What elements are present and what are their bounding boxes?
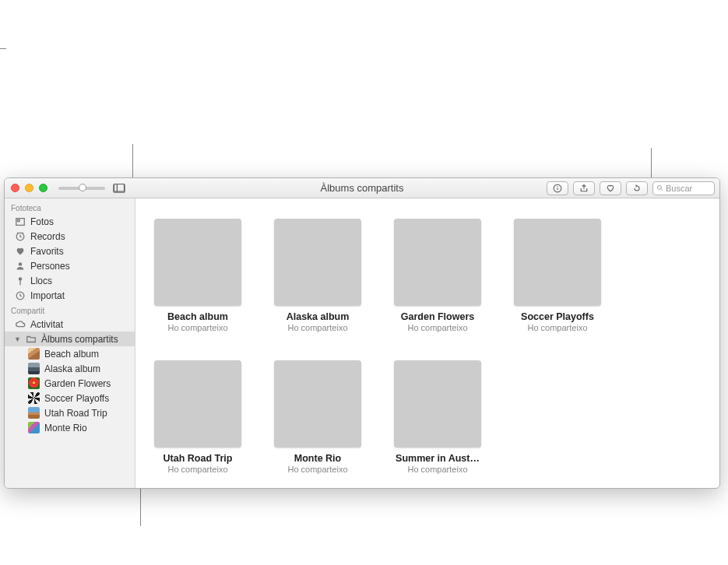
album-cover-icon — [154, 360, 241, 447]
album-beach[interactable]: Beach album Ho comparteixo — [154, 219, 241, 332]
album-name: Alaska album — [287, 311, 350, 322]
rotate-button[interactable] — [626, 181, 648, 195]
people-icon — [14, 260, 26, 272]
sidebar-album-alaska[interactable]: Alaska album — [5, 361, 135, 376]
main-content: Beach album Ho comparteixo Alaska album … — [135, 198, 719, 488]
svg-point-4 — [557, 186, 557, 187]
album-cover-icon — [154, 219, 241, 306]
album-name: Monte Rio — [294, 453, 341, 464]
sidebar-item-activity[interactable]: Activitat — [5, 317, 135, 332]
sidebar-item-label: Importat — [30, 290, 65, 301]
search-placeholder: Buscar — [666, 184, 692, 193]
search-input[interactable]: Buscar — [652, 181, 715, 195]
share-button[interactable] — [573, 181, 595, 195]
sidebar-section-library: Fototeca — [5, 200, 135, 214]
memories-icon — [14, 230, 26, 242]
svg-point-11 — [18, 277, 21, 280]
svg-line-6 — [661, 189, 663, 191]
album-flowers[interactable]: Garden Flowers Ho comparteixo — [394, 219, 481, 332]
sidebar-item-favorites[interactable]: Favorits — [5, 244, 135, 258]
sidebar-item-label: Soccer Playoffs — [44, 393, 109, 404]
sidebar-item-label: Utah Road Trip — [44, 408, 107, 419]
sidebar-album-utah[interactable]: Utah Road Trip — [5, 405, 135, 420]
pin-icon — [14, 275, 26, 286]
sidebar-album-monterio[interactable]: Monte Rio — [5, 420, 135, 435]
sidebar-item-label: Àlbums compartits — [41, 334, 118, 345]
cloud-icon — [14, 318, 26, 330]
album-subtitle: Ho comparteixo — [167, 323, 227, 332]
window-controls — [11, 184, 47, 192]
heart-icon — [14, 245, 26, 257]
info-button[interactable] — [547, 181, 568, 195]
clock-icon — [14, 290, 26, 301]
album-cover-icon — [274, 219, 361, 306]
album-cover-icon — [514, 219, 601, 306]
svg-rect-8 — [17, 219, 19, 221]
sidebar-item-label: Records — [30, 231, 65, 242]
album-summer[interactable]: Summer in Aust… Ho comparteixo — [394, 360, 481, 474]
folder-icon — [25, 333, 37, 345]
sidebar-item-people[interactable]: Persones — [5, 258, 135, 273]
album-grid: Beach album Ho comparteixo Alaska album … — [154, 219, 701, 474]
sidebar-item-label: Persones — [30, 261, 70, 272]
album-cover-icon — [394, 360, 481, 447]
sidebar-item-label: Llocs — [30, 275, 52, 286]
album-subtitle: Ho comparteixo — [167, 465, 227, 474]
album-subtitle: Ho comparteixo — [407, 465, 467, 474]
album-cover-icon — [274, 360, 361, 447]
album-subtitle: Ho comparteixo — [287, 465, 347, 474]
window-body: Fototeca Fotos Records Favorits Persones — [5, 198, 719, 488]
sidebar-item-imports[interactable]: Importat — [5, 288, 135, 303]
album-name: Beach album — [167, 311, 228, 322]
zoom-button[interactable] — [39, 184, 47, 192]
photos-app-window: Àlbums compartits Buscar — [4, 177, 720, 489]
share-icon — [579, 184, 589, 193]
callout-line — [0, 48, 6, 49]
sidebar-section-shared: Compartit — [5, 303, 135, 317]
sidebar-item-label: Favorits — [30, 246, 64, 257]
album-thumb-icon — [28, 407, 40, 419]
favorite-button[interactable] — [600, 181, 621, 195]
search-icon — [656, 184, 663, 191]
album-subtitle: Ho comparteixo — [407, 323, 467, 332]
chevron-down-icon[interactable]: ▼ — [14, 335, 20, 343]
album-name: Utah Road Trip — [164, 453, 233, 464]
sidebar-item-label: Monte Rio — [44, 423, 87, 433]
sidebar-item-places[interactable]: Llocs — [5, 273, 135, 288]
album-thumb-icon — [28, 392, 40, 404]
toolbar-right: Buscar — [547, 181, 715, 195]
sidebar-item-shared-albums[interactable]: ▼ Àlbums compartits — [5, 332, 135, 346]
sidebar-item-label: Beach album — [44, 349, 99, 360]
slider-knob[interactable] — [79, 184, 86, 191]
album-thumb-icon — [28, 348, 40, 360]
svg-point-10 — [18, 262, 21, 265]
album-utah[interactable]: Utah Road Trip Ho comparteixo — [154, 360, 241, 474]
sidebar-toggle-icon[interactable] — [113, 184, 125, 193]
photos-icon — [14, 216, 26, 227]
sidebar-album-beach[interactable]: Beach album — [5, 346, 135, 361]
album-subtitle: Ho comparteixo — [527, 323, 587, 332]
album-thumb-icon — [28, 422, 40, 433]
album-soccer[interactable]: Soccer Playoffs Ho comparteixo — [514, 219, 601, 332]
sidebar-album-flowers[interactable]: Garden Flowers — [5, 376, 135, 391]
sidebar-item-label: Garden Flowers — [44, 378, 111, 389]
sidebar-item-label: Alaska album — [44, 363, 100, 374]
minimize-button[interactable] — [25, 184, 33, 192]
album-name: Garden Flowers — [401, 311, 474, 322]
album-name: Soccer Playoffs — [521, 311, 594, 322]
info-icon — [553, 184, 562, 193]
sidebar-item-memories[interactable]: Records — [5, 229, 135, 244]
page-canvas: Àlbums compartits Buscar — [0, 0, 728, 565]
album-thumb-icon — [28, 363, 40, 374]
rotate-icon — [632, 184, 642, 193]
album-name: Summer in Aust… — [396, 453, 480, 464]
album-cover-icon — [394, 219, 481, 306]
sidebar-item-photos[interactable]: Fotos — [5, 214, 135, 229]
heart-icon — [606, 184, 615, 193]
sidebar-album-soccer[interactable]: Soccer Playoffs — [5, 391, 135, 405]
close-button[interactable] — [11, 184, 19, 192]
thumbnail-zoom-slider[interactable] — [58, 187, 105, 190]
album-subtitle: Ho comparteixo — [287, 323, 347, 332]
album-alaska[interactable]: Alaska album Ho comparteixo — [274, 219, 361, 332]
album-monterio[interactable]: Monte Rio Ho comparteixo — [274, 360, 361, 474]
